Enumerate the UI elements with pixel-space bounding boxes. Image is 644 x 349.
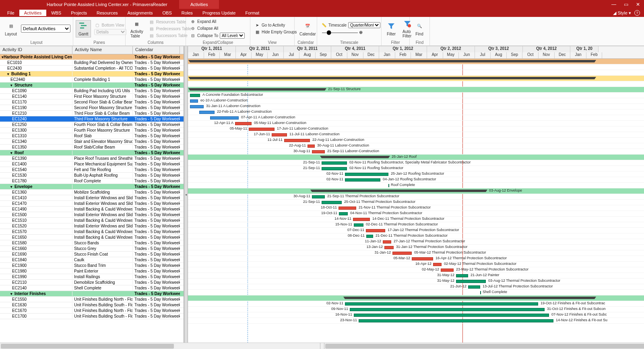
close-button[interactable]: ✕ <box>634 2 642 7</box>
gantt-row[interactable]: 03-Aug-12 Envelope <box>188 188 644 194</box>
ribbon-tab-activities[interactable]: Activities <box>19 10 46 16</box>
ribbon-tab-format[interactable]: Format <box>240 10 264 16</box>
activity-bar[interactable] <box>272 133 287 136</box>
activity-bar[interactable] <box>384 246 394 249</box>
gantt-row[interactable]: 13-Jan-1231-Jan-12 Thermal Protection Su… <box>188 245 644 250</box>
ribbon-tab-file[interactable]: File <box>2 10 19 16</box>
gantt-row[interactable]: 16-Nov-1107-Nov-12 Finishes & Fit-out Su… <box>188 312 644 318</box>
gantt-row[interactable]: 30-Aug-1121-Sep-11 Thermal Protection Su… <box>188 194 644 200</box>
activity-table-button[interactable]: ▦ Activity Table <box>128 18 146 39</box>
activity-bar[interactable] <box>322 201 342 204</box>
expander-icon[interactable]: ▾ <box>10 185 14 189</box>
gantt-row[interactable]: 11-Jul-1122-Aug-11 Laborer-Construction <box>188 138 644 143</box>
gantt-row[interactable]: 31-May-1221-Jun-12 Painter <box>188 273 644 279</box>
activity-bar[interactable] <box>308 145 315 148</box>
ribbon-tab-projects[interactable]: Projects <box>66 10 92 16</box>
activity-bar[interactable] <box>312 150 325 153</box>
wbs-row[interactable]: ▾RoofTrades - 5 Day Workweek <box>0 150 184 156</box>
filter-button[interactable]: Filter <box>384 21 398 37</box>
gantt-row[interactable]: 19-Oct-1104-Nov-11 Thermal Protection Su… <box>188 211 644 217</box>
expander-icon[interactable]: ▾ <box>10 151 14 155</box>
timescale-select[interactable]: 📏Timescale Quarter/Month <box>320 22 382 29</box>
activity-bar[interactable] <box>345 178 380 182</box>
activity-bar[interactable] <box>354 314 549 317</box>
activity-bar[interactable] <box>199 111 215 114</box>
activity-row[interactable]: EC1210Third Floor Slab & Collar BeamTrad… <box>0 111 184 116</box>
gantt-row[interactable]: 31-Jan-11 A Laborer-Construction <box>188 104 644 109</box>
gantt-chart[interactable]: Qtr 1, 2011Qtr 2, 2011Qtr 3, 2011Qtr 4, … <box>188 46 644 343</box>
gantt-row[interactable]: A Concrete Foundation Subcontractor <box>188 93 644 98</box>
gantt-row[interactable]: 18-Oct-1121-Nov-11 Thermal Protection Su… <box>188 205 644 211</box>
gantt-row[interactable]: 21-Sep-1102-Nov-11 Roofing Subcontractor… <box>188 160 644 166</box>
activity-row[interactable]: EC1690Stucco Finish CoatTrades - 5 Day W… <box>0 252 184 257</box>
activity-row[interactable]: EC1660Stucco GreyTrades - 5 Day Workweek <box>0 246 184 252</box>
activity-bar[interactable] <box>249 128 275 131</box>
activity-row[interactable]: EC1470Install Exterior Windows and Slidi… <box>0 201 184 207</box>
activity-row[interactable]: EC1550Unit Finishes Building North - Flo… <box>0 297 184 302</box>
gantt-row[interactable]: 22-Feb-11 A Laborer-Construction <box>188 109 644 115</box>
wbs-row[interactable]: ▾Harbour Pointe Assisted Living CenterTr… <box>0 54 184 60</box>
activity-bar[interactable] <box>350 308 545 311</box>
pane-splitter[interactable] <box>184 46 188 343</box>
activity-row[interactable]: EC1980Paint ExteriorTrades - 5 Day Workw… <box>0 268 184 274</box>
gantt-row[interactable]: 07-Dec-1117-Jan-12 Thermal Protection Su… <box>188 228 644 233</box>
gantt-row[interactable]: Roof Complete <box>188 183 644 188</box>
gantt-row[interactable]: 14-Nov-1114-Dec-11 Thermal Protection Su… <box>188 217 644 222</box>
activity-bar[interactable] <box>190 105 204 108</box>
activity-row[interactable]: EC2440Complete Building 1Trades - 5 Day … <box>0 77 184 83</box>
ribbon-tab-progress-update[interactable]: Progress Update <box>198 10 241 16</box>
col-calendar[interactable]: Calendar <box>133 46 180 54</box>
activity-row[interactable]: EC1360Mobilize ScaffoldingTrades - 5 Day… <box>0 190 184 195</box>
gantt-row[interactable] <box>188 64 644 70</box>
gantt-row[interactable]: 05-Mar-1216-Apr-12 Thermal Protection Su… <box>188 256 644 262</box>
gantt-row[interactable]: 02-Nov-1125-Jan-12 Roofing Subcontractor <box>188 171 644 177</box>
gantt-row[interactable]: 15-Nov-1102-Dec-11 Thermal Protection Su… <box>188 222 644 228</box>
ribbon-tab-wbs[interactable]: WBS <box>46 10 66 16</box>
activity-bar[interactable] <box>383 240 391 244</box>
activity-row[interactable]: EC1840CaulkTrades - 5 Day Workweek <box>0 257 184 263</box>
layout-button[interactable]: ▤ Layout <box>2 21 19 37</box>
activity-row[interactable]: EC1780Roof CompleteTrades - 5 Day Workwe… <box>0 178 184 184</box>
gantt-row[interactable]: 30-Aug-1121-Sep-11 Laborer-Construction <box>188 149 644 155</box>
activity-row[interactable]: EC1310Roof SlabTrades - 5 Day Workweek <box>0 133 184 139</box>
col-activity-name[interactable]: Activity Name <box>72 46 133 54</box>
gantt-row[interactable]: 21-Sep-1102-Nov-11 Roofing Subcontractor <box>188 166 644 171</box>
activity-row[interactable]: EC1990Install RailingsTrades - 5 Day Wor… <box>0 274 184 280</box>
style-dropdown[interactable]: ◢ Style ▾ <box>613 10 631 16</box>
wbs-row[interactable]: ▾EnvelopeTrades - 5 Day Workweek <box>0 184 184 190</box>
help-button[interactable]: ? <box>634 10 640 16</box>
gantt-row[interactable]: 21-Sep-11 Structure <box>188 87 644 93</box>
gantt-row[interactable] <box>188 59 644 64</box>
gantt-row[interactable]: 02-Nov-1119-Oct-12 Finishes & Fit-out Su… <box>188 301 644 307</box>
gantt-row[interactable]: 25-Jan-12 Roof <box>188 155 644 160</box>
activity-row[interactable]: EC2430Substantial Completion - All TCOTr… <box>0 66 184 71</box>
activity-row[interactable]: EC1140First Floor Masonry StructureTrade… <box>0 94 184 99</box>
activity-row[interactable]: EC1400Place Mechanical Equipment Support… <box>0 161 184 167</box>
activity-bar[interactable] <box>284 139 310 142</box>
gantt-row[interactable]: 08-Dec-1121-Dec-11 Thermal Protection Su… <box>188 233 644 239</box>
gantt-row[interactable]: 17-Jun-1111-Jul-11 Laborer-Construction <box>188 132 644 138</box>
activity-bar[interactable] <box>468 285 480 289</box>
gantt-row[interactable]: 21-Jun-1213-Jul-12 Thermal Protection Su… <box>188 284 644 290</box>
wbs-row[interactable]: ▾StructureTrades - 5 Day Workweek <box>0 83 184 88</box>
activity-bar[interactable] <box>456 280 486 283</box>
col-activity-id[interactable]: Activity ID <box>0 46 72 54</box>
collapse-to-button[interactable]: ⊟Collapse To All Levels <box>188 32 249 39</box>
expander-icon[interactable]: ▾ <box>10 83 14 87</box>
gantt-row[interactable]: 07-Apr-11 A Laborer-Construction <box>188 115 644 121</box>
activity-row[interactable]: EC2110Demobilize ScaffoldingTrades - 5 D… <box>0 280 184 285</box>
left-h-scrollbar[interactable] <box>0 343 320 349</box>
activity-bar[interactable] <box>322 167 347 170</box>
gantt-row[interactable] <box>188 81 644 87</box>
activity-row[interactable]: EC1500Install Exterior Windows and Slidi… <box>0 212 184 218</box>
activity-bar[interactable] <box>456 274 468 277</box>
gantt-row[interactable]: 16-Apr-1202-May-12 Thermal Protection Su… <box>188 262 644 267</box>
activity-bar[interactable] <box>210 116 239 120</box>
right-h-scrollbar[interactable] <box>324 343 644 349</box>
activity-bar[interactable] <box>412 257 433 260</box>
activity-bar[interactable] <box>339 212 348 215</box>
layout-select[interactable]: Default Activities <box>21 25 70 33</box>
activity-bar[interactable] <box>354 223 363 227</box>
ribbon-tab-assignments[interactable]: Assignments <box>123 10 158 16</box>
expander-icon[interactable]: ▾ <box>7 72 11 76</box>
